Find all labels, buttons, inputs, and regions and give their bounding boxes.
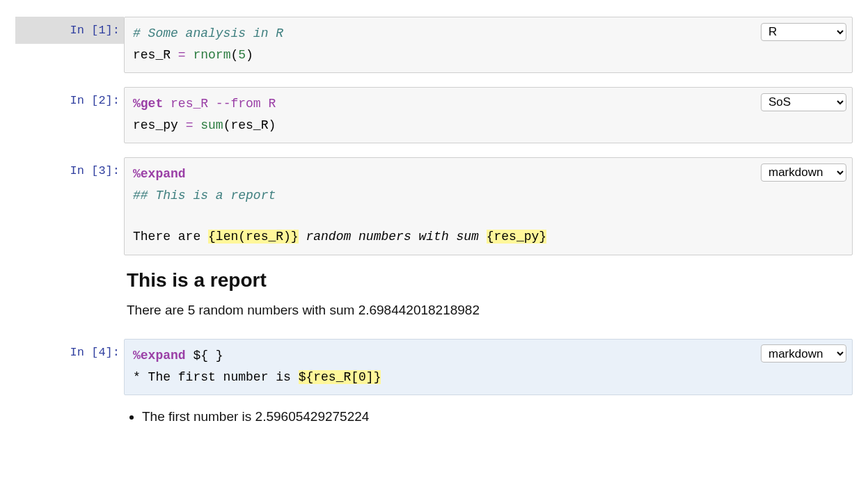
paren-token: (: [230, 48, 238, 62]
code-input[interactable]: R SoS markdown # Some analysis in R res_…: [124, 17, 853, 73]
heading-token: ## This is a report: [133, 189, 276, 202]
code-line: %expand: [133, 164, 844, 185]
cell-body: R SoS markdown %expand ## This is a repo…: [124, 157, 853, 325]
prompt-label: In [4]:: [70, 346, 120, 359]
arg-token: --from R: [216, 97, 276, 111]
operator-token: =: [186, 118, 201, 132]
output-heading: This is a report: [127, 269, 850, 292]
output-list: The first number is 2.59605429275224: [142, 409, 850, 424]
magic-token: %expand: [133, 349, 186, 363]
code-input[interactable]: R SoS markdown %expand ## This is a repo…: [124, 157, 853, 255]
italic-token: random numbers with sum: [299, 230, 487, 244]
magic-token: %get: [133, 97, 163, 111]
code-line: There are {len(res_R)} random numbers wi…: [133, 226, 844, 248]
highlight-token: {res_py}: [487, 230, 546, 244]
code-line: # Some analysis in R: [133, 23, 844, 45]
var-token: res_R: [133, 48, 178, 62]
paren-token: ): [246, 48, 253, 62]
prompt-label: In [3]:: [70, 164, 120, 177]
func-token: sum: [200, 118, 223, 132]
prompt-label: In [1]:: [70, 24, 120, 37]
prompt-col: In [4]:: [15, 339, 124, 366]
kernel-select-wrap: R SoS markdown: [761, 344, 846, 365]
paren-token: (: [223, 118, 231, 132]
prompt-col: In [1]:: [15, 17, 124, 44]
code-input[interactable]: R SoS markdown %expand ${ } * The first …: [124, 339, 853, 395]
output-paragraph: There are 5 random numbers with sum 2.69…: [127, 303, 850, 318]
cell-3[interactable]: In [3]: R SoS markdown %expand ## This i…: [15, 154, 853, 328]
code-line: %expand ${ }: [133, 345, 844, 367]
operator-token: =: [178, 48, 194, 62]
func-token: rnorm: [193, 48, 230, 62]
cell-1[interactable]: In [1]: R SoS markdown # Some analysis i…: [15, 14, 853, 76]
paren-token: ): [268, 118, 276, 132]
code-line: * The first number is ${res_R[0]}: [133, 367, 844, 388]
kernel-select[interactable]: R SoS markdown: [761, 93, 846, 111]
code-line: %get res_R --from R: [133, 93, 844, 115]
highlight-token: ${res_R[0]}: [299, 370, 381, 384]
output-area: This is a report There are 5 random numb…: [124, 261, 853, 325]
number-token: 5: [238, 48, 246, 62]
cell-body: R SoS markdown %expand ${ } * The first …: [124, 339, 853, 429]
kernel-select[interactable]: R SoS markdown: [761, 164, 846, 182]
text-token: There are: [133, 230, 208, 244]
kernel-select[interactable]: R SoS markdown: [761, 344, 846, 363]
code-line: res_py = sum(res_R): [133, 115, 844, 136]
var-token: res_py: [133, 118, 186, 132]
prompt-col: In [2]:: [15, 87, 124, 114]
text-token: * The first number is: [133, 370, 299, 384]
prompt-label: In [2]:: [70, 94, 120, 107]
arg-token: res_R: [171, 97, 208, 111]
cell-2[interactable]: In [2]: R SoS markdown %get res_R --from…: [15, 84, 853, 146]
comment-token: # Some analysis in R: [133, 26, 283, 40]
cell-body: R SoS markdown %get res_R --from R res_p…: [124, 87, 853, 143]
highlight-token: {len(res_R)}: [208, 230, 299, 244]
kernel-select[interactable]: R SoS markdown: [761, 23, 846, 41]
cell-4[interactable]: In [4]: R SoS markdown %expand ${ } * Th…: [15, 336, 853, 431]
text-token: ${ }: [186, 349, 223, 363]
code-input[interactable]: R SoS markdown %get res_R --from R res_p…: [124, 87, 853, 143]
blank-line: [133, 207, 844, 227]
var-token: res_R: [230, 118, 268, 132]
magic-token: %expand: [133, 167, 186, 181]
output-area: The first number is 2.59605429275224: [124, 401, 853, 429]
kernel-select-wrap: R SoS markdown: [761, 162, 846, 184]
code-line: res_R = rnorm(5): [133, 45, 844, 66]
cell-body: R SoS markdown # Some analysis in R res_…: [124, 17, 853, 73]
kernel-select-wrap: R SoS markdown: [761, 22, 846, 43]
output-list-item: The first number is 2.59605429275224: [142, 409, 850, 424]
prompt-col: In [3]:: [15, 157, 124, 184]
kernel-select-wrap: R SoS markdown: [761, 92, 846, 113]
code-line: ## This is a report: [133, 185, 844, 207]
